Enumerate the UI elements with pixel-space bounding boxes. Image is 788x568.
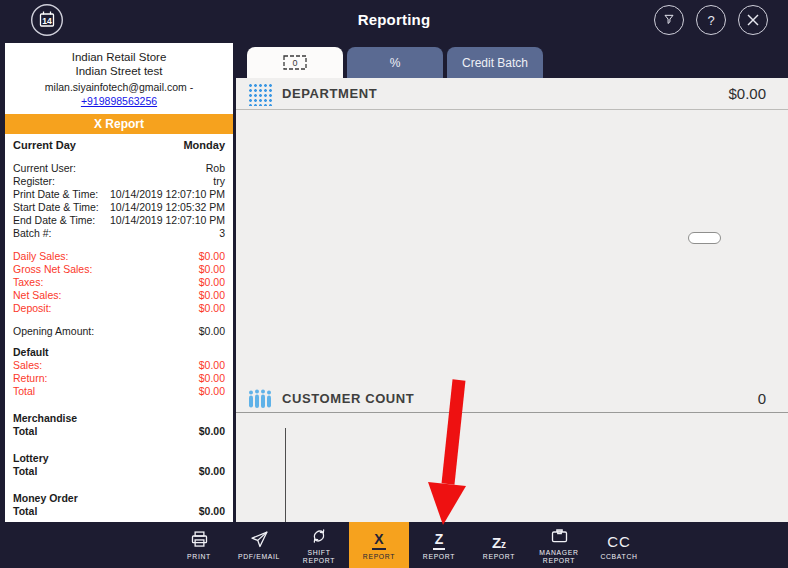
store-subtitle: Indian Street test	[5, 64, 233, 78]
sales-row: Net Sales:$0.00	[5, 289, 233, 302]
report-content: DEPARTMENT $0.00 CUSTOMER COUNT 0	[236, 78, 788, 522]
bottom-toolbar: PRINT PDF/EMAIL SHIFT REPORT	[0, 522, 788, 568]
info-row: Current User:Rob	[5, 162, 233, 175]
merchandise-section: Merchandise Total$0.00	[5, 412, 233, 438]
info-row: Batch #:3	[5, 227, 233, 240]
money-order-section: Money Order Total$0.00	[5, 492, 233, 518]
store-email: milan.siyainfotech@gmail.com -	[5, 80, 233, 94]
close-button[interactable]	[738, 5, 768, 35]
department-section-header: DEPARTMENT $0.00	[236, 78, 788, 110]
briefcase-icon	[549, 525, 570, 546]
department-total: $0.00	[728, 85, 766, 102]
sales-row: Gross Net Sales:$0.00	[5, 263, 233, 276]
department-chart-area	[236, 110, 788, 384]
report-info-rows: Current User:Rob Register:try Print Date…	[5, 162, 233, 240]
customer-count-title: CUSTOMER COUNT	[282, 391, 414, 406]
printer-icon	[189, 529, 210, 550]
cc-icon: CC	[607, 533, 631, 550]
close-icon	[746, 13, 760, 27]
tab-dollar[interactable]: 0	[247, 47, 343, 78]
z-report-button[interactable]: Z REPORT	[409, 522, 469, 568]
question-icon: ?	[707, 13, 714, 28]
tab-strip: 0 % Credit Batch	[236, 40, 788, 78]
svg-text:0: 0	[292, 58, 297, 68]
customer-count-total: 0	[758, 390, 766, 407]
info-row: End Date & Time:10/14/2019 12:07:10 PM	[5, 214, 233, 227]
section-title: Money Order	[13, 492, 78, 505]
help-button[interactable]: ?	[696, 5, 726, 35]
default-row: Total$0.00	[5, 385, 233, 398]
reporting-screen: 14 Reporting ? Indian Retail Store	[0, 0, 788, 568]
x-report-banner: X Report	[5, 114, 233, 134]
info-row: Register:try	[5, 175, 233, 188]
sales-row: Deposit:$0.00	[5, 302, 233, 315]
department-title: DEPARTMENT	[282, 86, 377, 101]
funnel-icon	[661, 12, 677, 28]
shift-report-button[interactable]: SHIFT REPORT	[289, 522, 349, 568]
manager-report-button[interactable]: MANAGER REPORT	[529, 522, 589, 568]
opening-amount-row: Opening Amount: $0.00	[5, 325, 233, 338]
sales-row: Daily Sales:$0.00	[5, 250, 233, 263]
filter-button[interactable]	[654, 5, 684, 35]
current-day-row: Current Day Monday	[5, 139, 233, 152]
zz-report-icon: Zz	[492, 529, 506, 550]
section-title: Merchandise	[13, 412, 77, 425]
default-row: Sales:$0.00	[5, 359, 233, 372]
default-section: Default Sales:$0.00 Return:$0.00 Total$0…	[5, 346, 233, 398]
info-row: Print Date & Time:10/14/2019 12:07:10 PM	[5, 188, 233, 201]
tab-credit-batch[interactable]: Credit Batch	[447, 47, 543, 78]
tab-percent[interactable]: %	[347, 47, 443, 78]
x-report-button[interactable]: X REPORT	[349, 522, 409, 568]
customers-icon	[247, 388, 273, 409]
zz-report-button[interactable]: Zz REPORT	[469, 522, 529, 568]
print-button[interactable]: PRINT	[169, 522, 229, 568]
money-bill-icon: 0	[283, 55, 307, 70]
info-row: Start Date & Time:10/14/2019 12:05:32 PM	[5, 201, 233, 214]
pdf-email-button[interactable]: PDF/EMAIL	[229, 522, 289, 568]
chart-axis-line	[285, 428, 286, 522]
top-bar: 14 Reporting ?	[0, 0, 788, 40]
sales-summary-rows: Daily Sales:$0.00 Gross Net Sales:$0.00 …	[5, 250, 233, 315]
department-grid-icon	[247, 82, 273, 106]
x-report-icon: X	[372, 533, 385, 550]
report-detail-panel: 0 % Credit Batch DEPARTMENT $0.00	[236, 40, 788, 522]
scrollbar-pill	[688, 232, 721, 244]
customer-count-chart-area	[236, 413, 788, 522]
section-title: Lottery	[13, 452, 49, 465]
z-report-icon: Z	[433, 533, 446, 550]
paper-plane-icon	[249, 529, 270, 550]
customer-count-section-header: CUSTOMER COUNT 0	[236, 384, 788, 413]
store-name: Indian Retail Store	[5, 50, 233, 64]
default-row: Return:$0.00	[5, 372, 233, 385]
phone-link[interactable]: +919898563256	[81, 95, 157, 107]
ccbatch-button[interactable]: CC CCBATCH	[589, 522, 649, 568]
refresh-arrows-icon	[309, 525, 329, 546]
lottery-section: Lottery Total$0.00	[5, 452, 233, 478]
section-title: Default	[13, 346, 49, 359]
x-report-panel: Indian Retail Store Indian Street test m…	[5, 43, 233, 522]
sales-row: Taxes:$0.00	[5, 276, 233, 289]
